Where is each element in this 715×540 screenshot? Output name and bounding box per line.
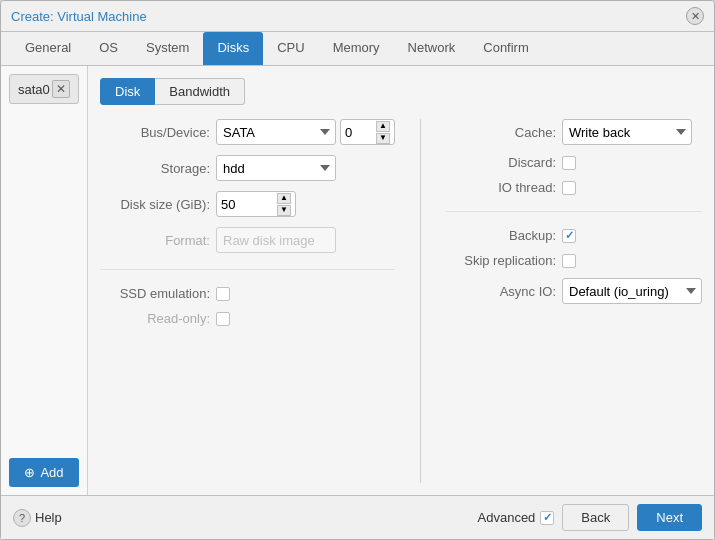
readonly-checkbox[interactable] [216,312,230,326]
add-button[interactable]: ⊕ Help Add [9,458,79,487]
virtual-machine-window: Create: Virtual Machine ✕ General OS Sys… [0,0,715,540]
ssd-label: SSD emulation: [100,286,210,301]
close-button[interactable]: ✕ [686,7,704,25]
delete-icon: ✕ [56,82,66,96]
discard-checkbox[interactable] [562,156,576,170]
storage-row: Storage: hdd [100,155,395,181]
panel: Disk Bandwidth Bus/Device: SATA [88,66,714,495]
advanced-row: Advanced ✓ [478,510,555,525]
form-right-col: Cache: Write back Discard: IO thread: [446,119,702,483]
tab-cpu[interactable]: CPU [263,32,318,65]
disk-size-input[interactable] [221,197,271,212]
tab-network[interactable]: Network [394,32,470,65]
tab-memory[interactable]: Memory [319,32,394,65]
form-left-col: Bus/Device: SATA ▲ ▼ [100,119,395,483]
skip-replication-row: Skip replication: [446,253,702,268]
tab-system[interactable]: System [132,32,203,65]
disk-size-label: Disk size (GiB): [100,197,210,212]
async-io-label: Async IO: [446,284,556,299]
format-row: Format: Raw disk image (raw [100,227,395,253]
bus-device-row: Bus/Device: SATA ▲ ▼ [100,119,395,145]
readonly-label: Read-only: [100,311,210,326]
main-content: sata0 ✕ ⊕ Help Add Disk Bandwidth [1,66,714,495]
nav-tabs: General OS System Disks CPU Memory Netwo… [1,32,714,66]
tab-disks[interactable]: Disks [203,32,263,65]
sidebar: sata0 ✕ ⊕ Help Add [1,66,88,495]
io-thread-checkbox[interactable] [562,181,576,195]
tab-general[interactable]: General [11,32,85,65]
footer: ? Help Advanced ✓ Back Next [1,495,714,539]
bus-device-label: Bus/Device: [100,125,210,140]
device-number[interactable]: ▲ ▼ [340,119,395,145]
sub-tab-bandwidth[interactable]: Bandwidth [155,78,245,105]
disk-item-label: sata0 [18,82,50,97]
backup-row: Backup: ✓ [446,228,702,243]
footer-left: ? Help [13,509,62,527]
advanced-label: Advanced [478,510,536,525]
backup-checkmark: ✓ [565,229,574,242]
spinner-down[interactable]: ▼ [376,133,390,144]
discard-label: Discard: [446,155,556,170]
readonly-row: Read-only: [100,311,395,326]
bus-select[interactable]: SATA [216,119,336,145]
advanced-checkbox[interactable]: ✓ [540,511,554,525]
io-thread-row: IO thread: [446,180,702,195]
spinner-up[interactable]: ▲ [376,121,390,132]
tab-confirm[interactable]: Confirm [469,32,543,65]
sub-tabs: Disk Bandwidth [100,78,702,105]
bus-device-controls: SATA ▲ ▼ [216,119,395,145]
async-io-row: Async IO: Default (io_uring) [446,278,702,304]
disk-size-up[interactable]: ▲ [277,193,291,204]
cache-label: Cache: [446,125,556,140]
backup-checkbox[interactable]: ✓ [562,229,576,243]
skip-replication-label: Skip replication: [446,253,556,268]
storage-label: Storage: [100,161,210,176]
async-io-select[interactable]: Default (io_uring) [562,278,702,304]
add-icon: ⊕ [24,465,35,480]
ssd-row: SSD emulation: [100,286,395,301]
storage-select[interactable]: hdd [216,155,336,181]
skip-replication-checkbox[interactable] [562,254,576,268]
disk-item-sata0[interactable]: sata0 ✕ [9,74,79,104]
next-button[interactable]: Next [637,504,702,531]
disk-size-spinner: ▲ ▼ [277,193,291,216]
disk-size-down[interactable]: ▼ [277,205,291,216]
window-title: Create: Virtual Machine [11,9,147,24]
ssd-checkbox[interactable] [216,287,230,301]
help-label: Help [35,510,62,525]
format-label: Format: [100,233,210,248]
title-bar: Create: Virtual Machine ✕ [1,1,714,32]
help-icon: ? [13,509,31,527]
sub-tab-disk[interactable]: Disk [100,78,155,105]
disk-delete-button[interactable]: ✕ [52,80,70,98]
backup-label: Backup: [446,228,556,243]
device-input[interactable] [345,125,375,140]
discard-row: Discard: [446,155,702,170]
tab-os[interactable]: OS [85,32,132,65]
form-section: Bus/Device: SATA ▲ ▼ [100,119,702,483]
format-select[interactable]: Raw disk image (raw [216,227,336,253]
cache-select[interactable]: Write back [562,119,692,145]
back-button[interactable]: Back [562,504,629,531]
question-mark: ? [19,512,25,524]
spinner-buttons: ▲ ▼ [376,121,390,144]
close-icon: ✕ [691,10,700,23]
help-button[interactable]: ? Help [13,509,62,527]
footer-right: Advanced ✓ Back Next [478,504,702,531]
cache-row: Cache: Write back [446,119,702,145]
disk-size-row: Disk size (GiB): ▲ ▼ [100,191,395,217]
io-thread-label: IO thread: [446,180,556,195]
form-divider [420,119,421,483]
advanced-checkmark: ✓ [543,511,552,524]
disk-size-control[interactable]: ▲ ▼ [216,191,296,217]
